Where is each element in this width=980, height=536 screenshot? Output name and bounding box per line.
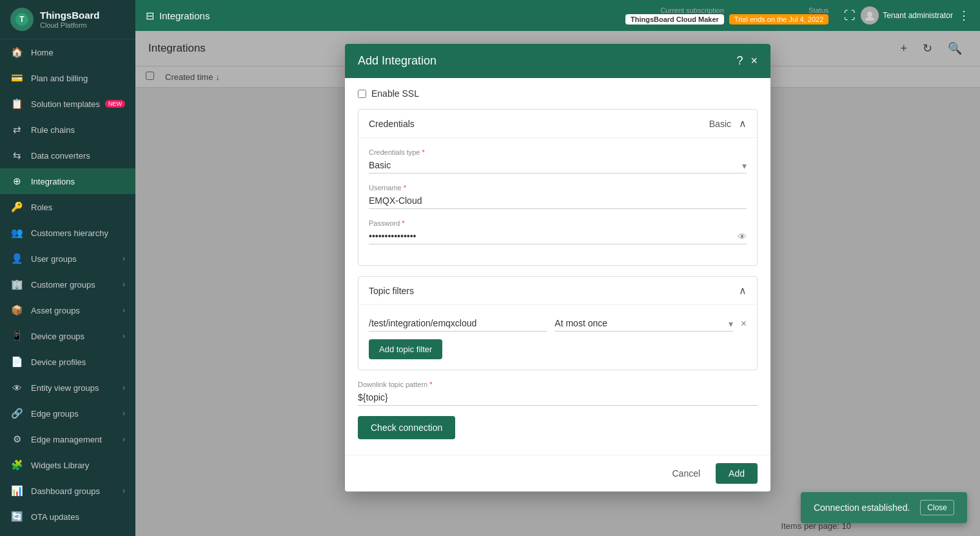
expand-icon-user-groups: › bbox=[122, 254, 125, 263]
toast-message: Connection established. bbox=[814, 502, 910, 513]
customer-groups-icon: 🏢 bbox=[10, 278, 23, 291]
sidebar-item-solution-templates[interactable]: 📋 Solution templates NEW bbox=[0, 91, 135, 117]
sidebar-item-user-groups[interactable]: 👤 User groups › bbox=[0, 246, 135, 272]
sidebar-item-device-profiles[interactable]: 📄 Device profiles bbox=[0, 349, 135, 375]
logo-icon: T bbox=[10, 8, 34, 31]
sidebar-item-label-integrations: Integrations bbox=[31, 177, 125, 186]
plan-billing-icon: 💳 bbox=[10, 72, 23, 84]
enable-ssl-label: Enable SSL bbox=[371, 88, 419, 99]
svg-text:T: T bbox=[19, 15, 24, 24]
sidebar-item-plan-billing[interactable]: 💳 Plan and billing bbox=[0, 65, 135, 91]
new-badge-solution-templates: NEW bbox=[105, 100, 125, 108]
add-topic-filter-button[interactable]: Add topic filter bbox=[369, 339, 442, 359]
sidebar-item-customer-groups[interactable]: 🏢 Customer groups › bbox=[0, 272, 135, 297]
password-input[interactable] bbox=[369, 228, 747, 244]
ota-updates-icon: 🔄 bbox=[10, 510, 23, 523]
sidebar-item-asset-groups[interactable]: 📦 Asset groups › bbox=[0, 297, 135, 323]
sidebar-item-label-asset-groups: Asset groups bbox=[31, 306, 122, 315]
sidebar-item-device-groups[interactable]: 📱 Device groups › bbox=[0, 323, 135, 349]
dialog-overlay: Add Integration ? × Enable SSL bbox=[135, 31, 980, 536]
sidebar-item-label-entity-view-groups: Entity view groups bbox=[31, 383, 122, 393]
sidebar-item-label-user-groups: User groups bbox=[31, 254, 122, 264]
dialog-help-button[interactable]: ? bbox=[736, 54, 743, 68]
credentials-chevron-icon: ∧ bbox=[739, 117, 747, 130]
downlink-input[interactable] bbox=[358, 390, 758, 406]
app-logo: T ThingsBoard Cloud Platform bbox=[0, 0, 135, 39]
sidebar-nav: 🏠 Home 💳 Plan and billing 📋 Solution tem… bbox=[0, 39, 135, 536]
user-avatar bbox=[861, 6, 879, 25]
add-button[interactable]: Add bbox=[716, 463, 758, 484]
sidebar-item-rule-chains[interactable]: ⇄ Rule chains bbox=[0, 117, 135, 143]
sidebar-item-label-ota-updates: OTA updates bbox=[31, 512, 125, 522]
username-input[interactable] bbox=[369, 193, 747, 209]
credentials-section: Credentials Basic ∧ Credentials type * bbox=[358, 109, 758, 266]
sidebar-item-dashboard-groups[interactable]: 📊 Dashboard groups › bbox=[0, 478, 135, 504]
integrations-icon: ⊕ bbox=[10, 175, 23, 188]
data-converters-icon: ⇆ bbox=[10, 149, 23, 162]
downlink-section: Downlink topic pattern * bbox=[358, 381, 758, 406]
check-connection-button[interactable]: Check connection bbox=[358, 416, 455, 439]
sidebar-item-label-device-groups: Device groups bbox=[31, 332, 122, 341]
sidebar-item-home[interactable]: 🏠 Home bbox=[0, 39, 135, 65]
cancel-button[interactable]: Cancel bbox=[662, 463, 710, 484]
credentials-title: Credentials bbox=[369, 119, 709, 129]
sidebar-item-label-plan-billing: Plan and billing bbox=[31, 74, 125, 83]
status-info: Status Trial ends on the Jul 4, 2022 bbox=[729, 6, 828, 25]
credentials-section-body: Credentials type * Basic Certificate Ano… bbox=[358, 138, 757, 265]
expand-icon-device-groups: › bbox=[122, 332, 125, 341]
rule-chains-icon: ⇄ bbox=[10, 123, 23, 136]
password-toggle-icon[interactable]: 👁 bbox=[738, 232, 747, 242]
device-profiles-icon: 📄 bbox=[10, 355, 23, 368]
sidebar-item-roles[interactable]: 🔑 Roles bbox=[0, 194, 135, 220]
expand-icon-asset-groups: › bbox=[122, 306, 125, 315]
sidebar-item-label-solution-templates: Solution templates bbox=[31, 99, 103, 109]
sidebar-item-widgets-library[interactable]: 🧩 Widgets Library bbox=[0, 452, 135, 478]
sidebar: T ThingsBoard Cloud Platform 🏠 Home 💳 Pl… bbox=[0, 0, 135, 536]
sidebar-item-entity-view-groups[interactable]: 👁 Entity view groups › bbox=[0, 375, 135, 401]
qos-select-wrapper: At most once At least once Exactly once … bbox=[554, 315, 732, 332]
credentials-type-field: Credentials type * Basic Certificate Ano… bbox=[369, 148, 747, 174]
user-menu[interactable]: Tenant administrator bbox=[861, 6, 953, 25]
credentials-type-select[interactable]: Basic Certificate Anonymous bbox=[369, 157, 747, 174]
roles-icon: 🔑 bbox=[10, 201, 23, 213]
sidebar-item-data-converters[interactable]: ⇆ Data converters bbox=[0, 143, 135, 168]
topbar-title: Integrations bbox=[159, 10, 210, 21]
sidebar-item-edge-groups[interactable]: 🔗 Edge groups › bbox=[0, 401, 135, 426]
sidebar-item-label-home: Home bbox=[31, 48, 125, 57]
integrations-nav-icon: ⊟ bbox=[146, 10, 154, 22]
topic-remove-button[interactable]: × bbox=[741, 318, 747, 330]
toast-close-button[interactable]: Close bbox=[920, 500, 954, 515]
topbar-actions: ⛶ Tenant administrator ⋮ bbox=[844, 6, 970, 25]
topic-filter-row: At most once At least once Exactly once … bbox=[369, 315, 747, 332]
topic-filters-header[interactable]: Topic filters ∧ bbox=[358, 277, 757, 305]
more-menu-button[interactable]: ⋮ bbox=[958, 8, 970, 23]
subscription-value: ThingsBoard Cloud Maker bbox=[625, 14, 724, 25]
enable-ssl-row: Enable SSL bbox=[358, 88, 758, 99]
credentials-section-header[interactable]: Credentials Basic ∧ bbox=[358, 110, 757, 138]
username-field: Username * bbox=[369, 184, 747, 209]
password-field: Password * 👁 bbox=[369, 219, 747, 244]
sidebar-item-customers-hierarchy[interactable]: 👥 Customers hierarchy bbox=[0, 220, 135, 246]
expand-icon-entity-view-groups: › bbox=[122, 383, 125, 392]
enable-ssl-checkbox[interactable] bbox=[358, 90, 366, 98]
topic-filters-body: At most once At least once Exactly once … bbox=[358, 305, 757, 370]
credentials-type-display: Basic bbox=[709, 119, 731, 129]
fullscreen-button[interactable]: ⛶ bbox=[844, 9, 856, 23]
sidebar-item-edge-management[interactable]: ⚙ Edge management › bbox=[0, 426, 135, 452]
sidebar-item-ota-updates[interactable]: 🔄 OTA updates bbox=[0, 504, 135, 530]
sidebar-item-label-customers-hierarchy: Customers hierarchy bbox=[31, 228, 125, 238]
username-label: Username * bbox=[369, 184, 747, 192]
qos-select[interactable]: At most once At least once Exactly once bbox=[554, 315, 732, 332]
sidebar-item-scheduler[interactable]: 📅 Scheduler bbox=[0, 530, 135, 536]
subscription-info: Current subscription ThingsBoard Cloud M… bbox=[625, 6, 724, 25]
topbar: ⊟ Integrations Current subscription Thin… bbox=[135, 0, 980, 31]
password-label: Password * bbox=[369, 219, 747, 227]
dialog-close-button[interactable]: × bbox=[750, 54, 758, 68]
sidebar-item-integrations[interactable]: ⊕ Integrations bbox=[0, 168, 135, 194]
user-groups-icon: 👤 bbox=[10, 252, 23, 265]
dialog-body: Enable SSL Credentials Basic ∧ bbox=[345, 78, 770, 455]
widgets-library-icon: 🧩 bbox=[10, 459, 23, 471]
sidebar-item-label-edge-groups: Edge groups bbox=[31, 409, 122, 419]
topic-filter-input[interactable] bbox=[369, 315, 547, 332]
edge-groups-icon: 🔗 bbox=[10, 407, 23, 420]
